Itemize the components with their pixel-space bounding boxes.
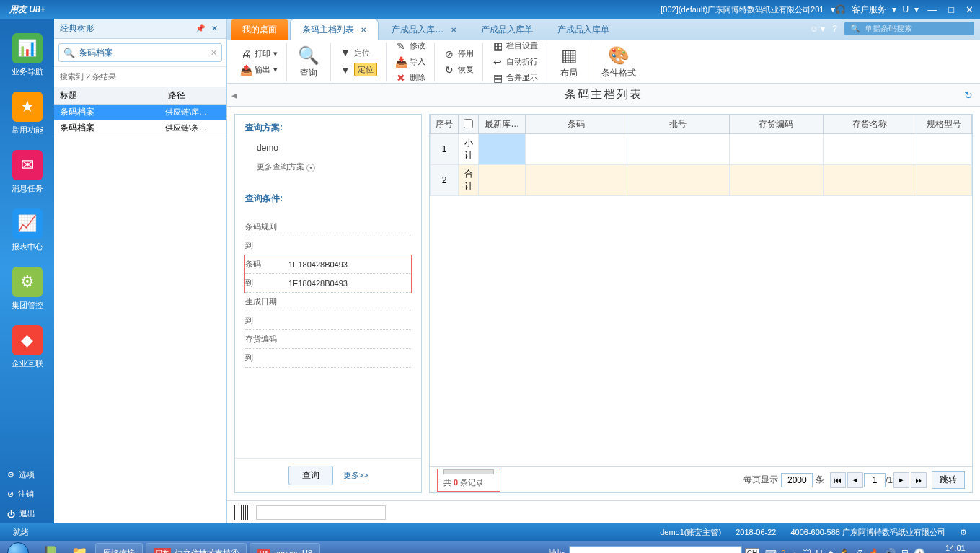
close-button[interactable]: ✕ xyxy=(963,4,976,15)
query-field-barcode-to[interactable]: 到 1E180428B0493 xyxy=(245,274,411,293)
conditional-format-button[interactable]: 🎨 条件格式 xyxy=(597,43,640,81)
global-search[interactable]: 🔍 单据条码搜索 xyxy=(844,22,974,35)
help-icon[interactable]: ? xyxy=(832,24,837,34)
more-schemes-button[interactable]: 更多查询方案 ▾ xyxy=(245,156,411,178)
pinned-excel[interactable]: 📗 xyxy=(36,543,65,553)
tab-barcode-list[interactable]: 条码主档列表 ✕ xyxy=(290,19,379,40)
tray-app-icon[interactable]: ◆ xyxy=(827,548,834,554)
query-field-barcode[interactable]: 条码 1E180428B0493 xyxy=(245,255,411,274)
logout-button[interactable]: ⊘ 注销 xyxy=(0,485,54,504)
clear-icon[interactable]: ✕ xyxy=(211,48,217,58)
query-scheme-name[interactable]: demo xyxy=(245,140,411,156)
tray-volume-icon[interactable]: 🔊 xyxy=(884,548,896,554)
merge-button[interactable]: ▤合并显示 xyxy=(489,71,541,85)
nav-common[interactable]: ★ 常用功能 xyxy=(12,92,43,136)
data-table[interactable]: 序号 最新库… 条码 批号 存货编码 存货名称 规格型号 xyxy=(430,115,972,466)
tray-u8-icon[interactable]: U xyxy=(816,548,822,554)
tab-item[interactable]: 产成品入库单 xyxy=(546,19,621,40)
refresh-icon[interactable]: ↻ xyxy=(964,89,973,101)
table-row[interactable]: 2 合计 xyxy=(431,165,972,196)
address-input[interactable] xyxy=(569,546,742,553)
ime-help-icon[interactable]: ? xyxy=(780,549,787,553)
export-button[interactable]: 📤输出 ▾ xyxy=(237,63,281,77)
print-button[interactable]: 🖨打印 ▾ xyxy=(237,47,281,61)
th-stock-code[interactable]: 存货编码 xyxy=(729,115,823,134)
smile-icon[interactable]: ☺ ▾ xyxy=(810,24,826,34)
th-barcode[interactable]: 条码 xyxy=(526,115,627,134)
tab-home[interactable]: 我的桌面 xyxy=(231,19,288,40)
th-latest[interactable]: 最新库… xyxy=(479,115,526,134)
tray-qq-icon[interactable]: 🐧 xyxy=(839,548,850,554)
nav-messages[interactable]: ✉ 消息任务 xyxy=(12,150,43,194)
th-spec[interactable]: 规格型号 xyxy=(917,115,971,134)
status-config-icon[interactable]: ⚙ xyxy=(953,528,974,537)
nav-reports[interactable]: 📈 报表中心 xyxy=(12,208,43,252)
first-page-button[interactable]: ⏮ xyxy=(830,472,846,488)
query-field[interactable]: 到 xyxy=(245,236,411,255)
tray-clock-icon[interactable]: 🕐 xyxy=(914,548,925,554)
query-field[interactable]: 到 xyxy=(245,349,411,368)
page-size-input[interactable] xyxy=(781,473,813,487)
pinned-explorer[interactable]: 📁 xyxy=(65,543,94,553)
tab-item[interactable]: 产成品入库… ✕ xyxy=(380,19,467,40)
query-button[interactable]: 🔍 查询 xyxy=(293,43,325,81)
tree-search-box[interactable]: 🔍 ✕ xyxy=(58,43,222,62)
table-row[interactable]: 1 小计 xyxy=(431,134,972,165)
select-all-checkbox[interactable] xyxy=(464,119,473,128)
tab-item[interactable]: 产成品入库单 xyxy=(469,19,544,40)
task-network[interactable]: 网络连接 xyxy=(95,543,143,553)
page-number-input[interactable] xyxy=(864,473,886,487)
exit-button[interactable]: ⏻ 退出 xyxy=(0,504,54,523)
customer-service[interactable]: 客户服务 xyxy=(852,4,886,16)
scroll-bar[interactable] xyxy=(443,469,494,474)
query-field[interactable]: 存货编码 xyxy=(245,330,411,349)
layout-button[interactable]: ▦ 布局 xyxy=(553,43,585,81)
import-button[interactable]: 📥导入 xyxy=(392,55,428,69)
run-query-button[interactable]: 查询 xyxy=(288,466,333,485)
tab-close-icon[interactable]: ✕ xyxy=(361,26,366,34)
task-u8[interactable]: U8yonyou U8 xyxy=(250,543,320,553)
u-dropdown-icon[interactable]: ▾ xyxy=(914,4,919,14)
u-icon[interactable]: U xyxy=(902,4,909,14)
task-kx[interactable]: 用友快立信技术支持④ xyxy=(146,543,247,553)
column-settings-button[interactable]: ▦栏目设置 xyxy=(489,39,541,53)
nav-back-icon[interactable]: ◂ xyxy=(231,89,237,101)
nav-group[interactable]: ⚙ 集团管控 xyxy=(12,267,43,311)
pin-icon[interactable]: 📌 xyxy=(193,24,208,33)
start-button[interactable] xyxy=(0,541,36,553)
modify-button[interactable]: ✎修改 xyxy=(392,39,428,53)
tray-network-icon[interactable]: 🖥 xyxy=(900,548,909,554)
prev-page-button[interactable]: ◂ xyxy=(847,472,863,488)
th-stock-name[interactable]: 存货名称 xyxy=(823,115,917,134)
tree-search-input[interactable] xyxy=(75,48,211,58)
th-check[interactable] xyxy=(459,115,479,134)
more-link[interactable]: 更多>> xyxy=(343,470,368,481)
tray-flame-icon[interactable]: 🔥 xyxy=(868,548,880,554)
tree-row[interactable]: 条码档案 供应链\库… xyxy=(54,105,226,120)
jump-button[interactable]: 跳转 xyxy=(932,471,965,489)
cs-dropdown-icon[interactable]: ▾ xyxy=(892,4,896,14)
ime-toggle-icon[interactable]: ⌨ xyxy=(762,549,780,554)
query-field[interactable]: 到 xyxy=(245,311,411,330)
next-page-button[interactable]: ▸ xyxy=(893,472,909,488)
tree-row[interactable]: 条码档案 供应链\条… xyxy=(54,120,226,136)
ime-button[interactable]: CH xyxy=(745,548,759,554)
locate-highlight-button[interactable]: ▼定位 xyxy=(337,61,380,78)
tab-close-icon[interactable]: ✕ xyxy=(451,26,456,34)
tray-print-icon[interactable]: 🖨 xyxy=(855,548,864,554)
system-tray[interactable]: ▴ 🛡 U ◆ 🐧 🖨 🔥 🔊 🖥 🕐 xyxy=(787,548,930,554)
query-field[interactable]: 生成日期 xyxy=(245,293,411,311)
wrap-button[interactable]: ↩自动折行 xyxy=(489,55,541,69)
restore-button[interactable]: ↻恢复 xyxy=(441,63,477,77)
tree-close-icon[interactable]: ✕ xyxy=(208,24,221,33)
th-seq[interactable]: 序号 xyxy=(431,115,459,134)
barcode-input[interactable] xyxy=(256,505,386,520)
last-page-button[interactable]: ⏭ xyxy=(911,472,927,488)
locate-button[interactable]: ▼定位 xyxy=(337,45,373,60)
nav-business[interactable]: 📊 业务导航 xyxy=(12,33,43,77)
minimize-button[interactable]: — xyxy=(924,4,940,15)
tray-shield-icon[interactable]: 🛡 xyxy=(802,548,811,554)
query-field[interactable]: 条码规则 xyxy=(245,218,411,236)
stop-button[interactable]: ⊘停用 xyxy=(441,47,477,61)
delete-button[interactable]: ✖删除 xyxy=(392,71,428,85)
